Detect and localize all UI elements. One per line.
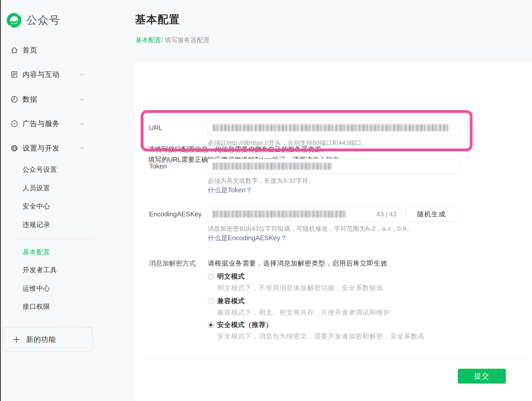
sidebar-subitem-label: 人员设置	[23, 184, 50, 193]
submit-button[interactable]: 提交	[458, 369, 506, 384]
aeskey-input[interactable]: 43 | 43	[207, 207, 401, 221]
plus-icon	[12, 335, 20, 344]
sidebar-subitem-label: 安全中心	[23, 202, 50, 211]
sidebar-item-label: 数据	[23, 94, 37, 104]
sidebar-subitem-violation-records[interactable]: 违规记录	[1, 218, 135, 231]
wechat-mp-admin: 公众号 首页 内容与互动	[0, 0, 532, 401]
sidebar-subitem-staff-settings[interactable]: 人员设置	[1, 182, 135, 194]
sidebar-subitem-label: 运维中心	[23, 284, 50, 293]
sidebar-subitem-api-permissions[interactable]: 接口权限	[1, 300, 135, 313]
sidebar-subitem-label: 公众号设置	[23, 165, 57, 174]
sidebar-divider	[17, 239, 93, 239]
encrypt-mode-intro: 请根据业务需要，选择消息加解密类型，启用后将立即生效	[208, 259, 388, 268]
ads-icon	[10, 119, 19, 128]
chevron-down-icon	[78, 70, 86, 79]
what-is-aeskey-link[interactable]: 什么是EncodingAESKey？	[208, 234, 287, 242]
main-panel: 请填写接口配置信息，此信息需要你拥有自己的服务器资源。 填写的URL需要正确响应…	[135, 63, 532, 401]
url-value-redacted	[213, 124, 448, 131]
sidebar-subitem-label: 接口权限	[23, 302, 50, 311]
aeskey-char-counter: 43 | 43	[376, 210, 397, 218]
token-hint: 必须为英文或数字，长度为3-32字符。	[208, 177, 315, 185]
chevron-up-icon	[78, 144, 86, 153]
data-icon	[10, 95, 19, 104]
sidebar: 公众号 首页 内容与互动	[1, 0, 135, 401]
radio-desc-plaintext: 明文模式下，不使用消息体加解密功能，安全系数较低	[217, 283, 383, 292]
content-icon	[10, 70, 19, 79]
sidebar-item-label: 设置与开发	[23, 143, 60, 153]
chevron-down-icon	[78, 95, 86, 104]
token-field-label: Token	[149, 162, 167, 170]
radio-icon[interactable]	[208, 273, 214, 280]
sidebar-subitem-label: 基本配置	[23, 248, 50, 257]
sidebar-subitem-developer-tools[interactable]: 开发者工具	[1, 264, 135, 276]
chevron-down-icon	[78, 119, 86, 128]
breadcrumb-current-page: / 填写服务器配置	[161, 36, 210, 44]
sidebar-subitem-label: 违规记录	[23, 220, 50, 229]
aeskey-hint: 消息加密密钥由43位字符组成，可随机修改，字符范围为A-Z，a-z，0-9。	[208, 225, 413, 233]
url-hint: 必须以http://或https://开头，分别支持80端口和443端口。	[208, 139, 368, 147]
random-generate-button[interactable]: 随机生成	[406, 207, 457, 221]
sidebar-subitem-label: 开发者工具	[23, 266, 57, 275]
sidebar-item-ads[interactable]: 广告与服务	[1, 117, 135, 131]
logo: 公众号	[6, 12, 60, 29]
settings-icon	[10, 144, 19, 153]
radio-option-compatible[interactable]: 兼容模式	[208, 297, 245, 305]
radio-desc-compatible: 兼容模式下，明文、密文将共存，方便开发者调试和维护	[217, 308, 390, 317]
sidebar-item-data[interactable]: 数据	[1, 92, 135, 107]
radio-option-plaintext[interactable]: 明文模式	[208, 272, 245, 281]
token-input[interactable]	[207, 159, 458, 174]
sidebar-subitem-basic-config[interactable]: 基本配置	[1, 246, 135, 258]
radio-option-secure[interactable]: 安全模式（推荐）	[208, 320, 273, 329]
aeskey-field-label: EncodingAESKey	[149, 210, 202, 218]
sidebar-item-content[interactable]: 内容与互动	[1, 67, 135, 82]
breadcrumb: 基本配置/ 填写服务器配置	[135, 36, 210, 44]
logo-text: 公众号	[26, 13, 60, 27]
home-icon	[10, 46, 19, 55]
sidebar-item-label: 广告与服务	[23, 119, 60, 129]
sidebar-subitem-security-center[interactable]: 安全中心	[1, 200, 135, 212]
sidebar-subitem-ops-center[interactable]: 运维中心	[1, 282, 135, 294]
footer-divider	[142, 360, 526, 360]
encrypt-mode-label: 消息加解密方式	[149, 259, 196, 268]
sidebar-item-settings-dev[interactable]: 设置与开发	[1, 141, 135, 155]
aeskey-value-redacted	[213, 210, 346, 218]
new-feature-label: 新的功能	[26, 335, 56, 344]
token-value-redacted	[213, 163, 332, 170]
what-is-token-link[interactable]: 什么是Token？	[208, 186, 252, 195]
radio-selected-icon[interactable]	[208, 322, 214, 328]
sidebar-subitem-account-settings[interactable]: 公众号设置	[1, 163, 135, 176]
sidebar-item-label: 首页	[23, 45, 37, 55]
wechat-official-account-logo-icon	[6, 12, 22, 28]
url-field-label: URL	[149, 124, 162, 132]
page-title: 基本配置	[135, 12, 180, 27]
new-feature-button[interactable]: 新的功能	[3, 327, 93, 352]
radio-icon[interactable]	[208, 298, 214, 304]
breadcrumb-link-basic-config[interactable]: 基本配置	[135, 36, 161, 44]
radio-desc-secure: 安全模式下，消息包为纯密文，需要开发者加密和解密，安全系数高	[217, 332, 425, 341]
sidebar-item-label: 内容与互动	[23, 70, 60, 79]
url-input[interactable]	[207, 120, 458, 135]
sidebar-item-home[interactable]: 首页	[1, 43, 135, 57]
